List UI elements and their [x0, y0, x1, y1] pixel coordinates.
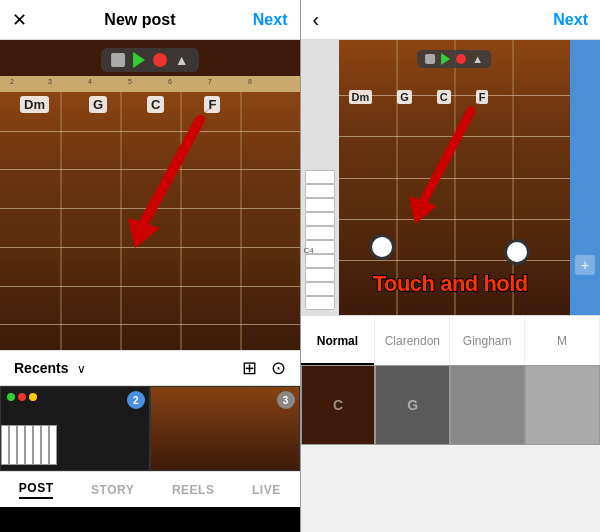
chord-dm: Dm: [20, 96, 49, 113]
record-button[interactable]: [153, 53, 167, 67]
fret-ruler: 2 3 4 5 6 7 8: [0, 76, 300, 92]
touch-hold-label: Touch and hold: [301, 271, 601, 297]
right-panel: ‹ Next C4: [301, 0, 601, 532]
piano-key-5[interactable]: [305, 226, 335, 240]
right-record-button[interactable]: [456, 54, 466, 64]
right-thumb-4[interactable]: [525, 365, 600, 445]
transport-bar: ▲: [101, 48, 199, 72]
grid-icon[interactable]: ⊞: [242, 357, 257, 379]
piano-key-4[interactable]: [305, 212, 335, 226]
right-metronome-icon[interactable]: ▲: [472, 53, 483, 65]
left-guitar-area: ▲ 2 3 4 5 6 7 8 Dm: [0, 40, 300, 350]
thumbnails-strip: 2 3: [0, 386, 300, 471]
camera-icon[interactable]: ⊙: [271, 357, 286, 379]
bottom-nav: POST STORY REELS LIVE: [0, 471, 300, 507]
chord-g: G: [89, 96, 107, 113]
right-chord-g: G: [397, 90, 412, 104]
play-button[interactable]: [133, 52, 145, 68]
right-chord-c: C: [437, 90, 451, 104]
right-header: ‹ Next: [301, 0, 601, 40]
filter-normal[interactable]: Normal: [301, 316, 376, 365]
playhead-left[interactable]: [369, 234, 395, 260]
left-panel: ✕ New post Next ▲ 2 3 4 5 6 7 8: [0, 0, 300, 532]
thumbnail-item-2[interactable]: 3: [150, 386, 300, 471]
thumb-badge-1: 2: [127, 391, 145, 409]
right-chord-labels: Dm G C F: [339, 86, 571, 108]
nav-post[interactable]: POST: [19, 481, 54, 499]
piano-key-2[interactable]: [305, 184, 335, 198]
thumbnail-item-1[interactable]: 2: [0, 386, 150, 471]
filter-clarendon[interactable]: Clarendon: [375, 316, 450, 365]
right-play-button[interactable]: [441, 53, 450, 65]
piano-key-3[interactable]: [305, 198, 335, 212]
right-next-button[interactable]: Next: [553, 11, 588, 29]
close-icon[interactable]: ✕: [12, 9, 27, 31]
right-transport-bar: ▲: [417, 50, 491, 68]
nav-story[interactable]: STORY: [91, 483, 134, 497]
piano-key-1[interactable]: [305, 170, 335, 184]
right-thumb-3[interactable]: [450, 365, 525, 445]
left-title: New post: [104, 11, 175, 29]
c4-label: C4: [304, 246, 314, 255]
right-guitar-container: C4 ▲: [301, 40, 601, 315]
right-chord-dm: Dm: [349, 90, 373, 104]
right-thumb-strip: C G: [301, 365, 601, 445]
piano-key-10[interactable]: [305, 296, 335, 310]
recents-label: Recents ∨: [14, 359, 86, 377]
recents-icons: ⊞ ⊙: [242, 357, 286, 379]
right-thumb-1[interactable]: C: [301, 365, 376, 445]
stop-button[interactable]: [111, 53, 125, 67]
svg-line-1: [140, 120, 200, 230]
piano-key-7[interactable]: [305, 254, 335, 268]
nav-reels[interactable]: REELS: [172, 483, 215, 497]
recents-bar: Recents ∨ ⊞ ⊙: [0, 350, 300, 386]
filter-bar: Normal Clarendon Gingham M: [301, 315, 601, 365]
left-header: ✕ New post Next: [0, 0, 300, 40]
recents-chevron[interactable]: ∨: [77, 362, 86, 376]
nav-live[interactable]: LIVE: [252, 483, 281, 497]
filter-m[interactable]: M: [525, 316, 600, 365]
thumb-badge-2: 3: [277, 391, 295, 409]
metronome-icon[interactable]: ▲: [175, 52, 189, 68]
right-chord-f: F: [476, 90, 489, 104]
right-thumb-2[interactable]: G: [375, 365, 450, 445]
playhead-right[interactable]: [504, 239, 530, 265]
right-stop-button[interactable]: [425, 54, 435, 64]
filter-gingham[interactable]: Gingham: [450, 316, 525, 365]
arrow-overlay: [120, 100, 240, 254]
left-next-button[interactable]: Next: [253, 11, 288, 29]
back-icon[interactable]: ‹: [313, 8, 320, 31]
